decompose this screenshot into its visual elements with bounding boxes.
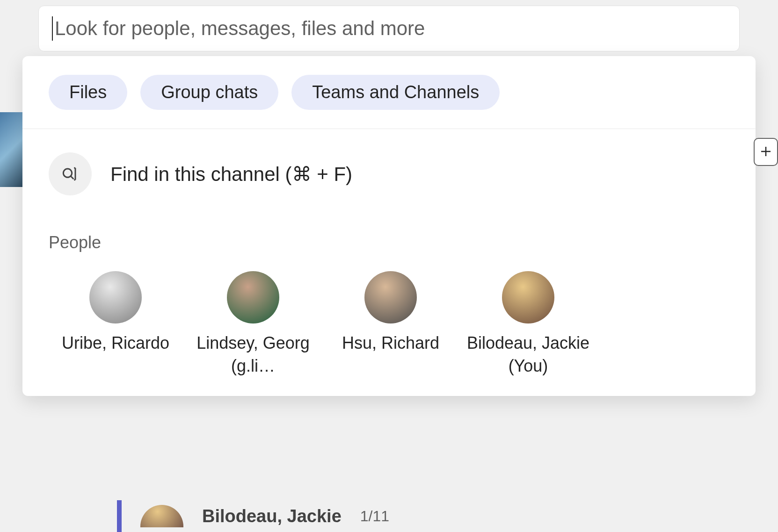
avatar (140, 505, 183, 527)
avatar (89, 271, 142, 324)
avatar (364, 271, 417, 324)
person-name: Bilodeau, Jackie (You) (463, 332, 594, 377)
chip-teams-and-channels[interactable]: Teams and Channels (291, 75, 500, 110)
person-name: Uribe, Ricardo (62, 332, 169, 355)
person-item[interactable]: Lindsey, Georg (g.li… (186, 271, 320, 377)
person-item[interactable]: Uribe, Ricardo (49, 271, 182, 377)
person-item[interactable]: Hsu, Richard (324, 271, 458, 377)
author-name: Bilodeau, Jackie (202, 506, 342, 526)
text-cursor (52, 16, 53, 41)
svg-point-2 (63, 169, 72, 177)
people-section-label: People (22, 209, 756, 257)
find-in-channel-label: Find in this channel (⌘ + F) (110, 163, 352, 186)
chip-label: Group chats (161, 82, 258, 102)
plus-icon (759, 142, 773, 163)
find-in-channel-icon (49, 152, 92, 195)
avatar (502, 271, 554, 324)
chip-label: Teams and Channels (312, 82, 479, 102)
partial-message-row: Bilodeau, Jackie 1/11 (117, 500, 389, 532)
find-in-channel-item[interactable]: Find in this channel (⌘ + F) (22, 129, 756, 209)
background-avatar-fragment (0, 112, 22, 187)
add-button[interactable] (754, 138, 778, 166)
chip-group-chats[interactable]: Group chats (140, 75, 278, 110)
search-input[interactable] (55, 17, 726, 40)
people-row: Uribe, Ricardo Lindsey, Georg (g.li… Hsu… (22, 257, 756, 377)
timestamp-fragment: 1/11 (360, 508, 389, 525)
person-name: Lindsey, Georg (g.li… (188, 332, 319, 377)
search-bar[interactable] (38, 6, 740, 51)
unread-indicator (117, 500, 122, 532)
svg-line-3 (71, 177, 74, 180)
chip-files[interactable]: Files (49, 75, 127, 110)
filter-chip-row: Files Group chats Teams and Channels (22, 56, 756, 129)
person-name: Hsu, Richard (342, 332, 439, 355)
chip-label: Files (69, 82, 107, 102)
avatar (227, 271, 279, 324)
person-item[interactable]: Bilodeau, Jackie (You) (461, 271, 595, 377)
search-suggestions-dropdown: Files Group chats Teams and Channels Fin… (22, 56, 756, 396)
